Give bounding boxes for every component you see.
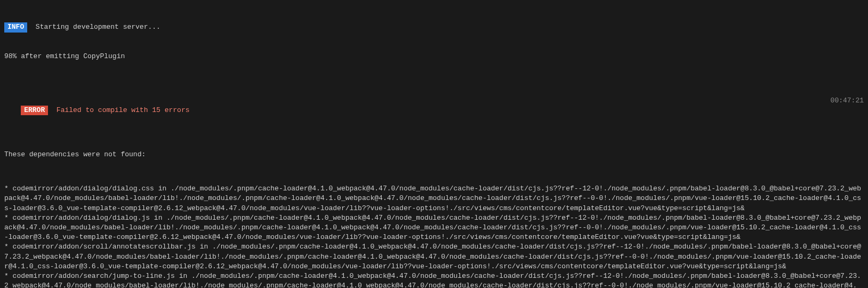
error-timestamp: 00:47:21 [831, 96, 864, 106]
dependency-line: * codemirror/addon/dialog/dialog.js in .… [4, 213, 864, 243]
error-badge: ERROR [21, 106, 48, 115]
dependency-line: * codemirror/addon/search/jump-to-line.j… [4, 271, 864, 288]
progress-line: 98% after emitting CopyPlugin [4, 52, 864, 61]
dependency-line: * codemirror/addon/scroll/annotatescroll… [4, 242, 864, 271]
info-line: INFO Starting development server... [4, 22, 864, 32]
terminal-output[interactable]: INFO Starting development server... 98% … [0, 0, 868, 288]
error-text: Failed to compile with 15 errors [57, 106, 190, 114]
deps-list: * codemirror/addon/dialog/dialog.css in … [4, 184, 864, 288]
deps-header: These dependencies were not found: [4, 150, 864, 159]
dependency-line: * codemirror/addon/dialog/dialog.css in … [4, 184, 864, 213]
info-badge: INFO [4, 22, 27, 32]
info-text: Starting development server... [36, 23, 160, 31]
